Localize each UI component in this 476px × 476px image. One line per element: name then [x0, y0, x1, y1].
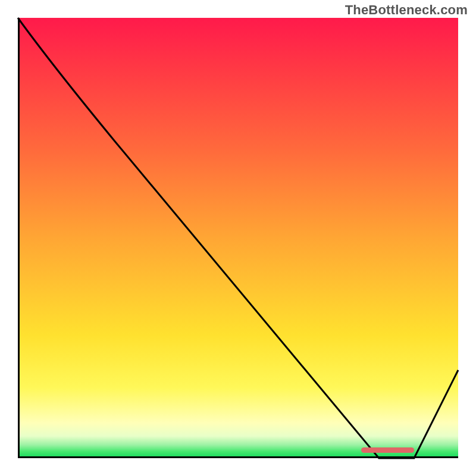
y-axis: [18, 18, 20, 458]
optimum-range-bar: [361, 447, 414, 453]
curve-path: [18, 18, 458, 458]
watermark-text: TheBottleneck.com: [345, 2, 468, 18]
bottleneck-curve: [18, 18, 458, 458]
plot-area: [18, 18, 458, 458]
x-axis: [18, 456, 458, 458]
